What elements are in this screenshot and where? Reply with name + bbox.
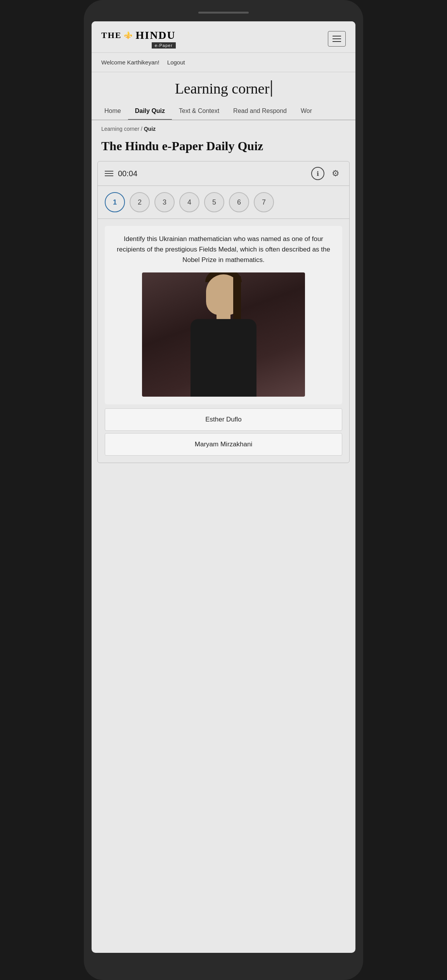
hamburger-line-1 <box>333 36 341 36</box>
logo-container: THE ⚜️ HINDU e-Paper <box>101 29 176 49</box>
nav-tabs: Home Daily Quiz Text & Context Read and … <box>92 103 355 120</box>
info-icon[interactable]: ℹ <box>311 167 324 180</box>
answer-option-2[interactable]: Maryam Mirzakhani <box>105 433 342 456</box>
logo-the: THE <box>101 30 121 40</box>
header: THE ⚜️ HINDU e-Paper <box>92 21 355 53</box>
breadcrumb: Learning corner / Quiz <box>92 120 355 135</box>
question-number-1[interactable]: 1 <box>105 192 125 212</box>
device-frame: THE ⚜️ HINDU e-Paper Welcome Karthikeyan… <box>84 0 363 980</box>
logout-link[interactable]: Logout <box>167 59 185 66</box>
portrait-figure <box>185 280 262 397</box>
epaper-badge: e-Paper <box>152 42 176 49</box>
hamburger-line-2 <box>333 38 341 39</box>
tab-daily-quiz[interactable]: Daily Quiz <box>128 103 172 120</box>
settings-icon[interactable]: ⚙ <box>329 167 342 180</box>
screen: THE ⚜️ HINDU e-Paper Welcome Karthikeyan… <box>92 21 355 953</box>
answer-option-1[interactable]: Esther Duflo <box>105 408 342 431</box>
question-number-4[interactable]: 4 <box>179 192 199 212</box>
q-hamburger-line-2 <box>105 173 113 174</box>
learning-corner-heading: Learning corner <box>175 80 272 97</box>
hamburger-line-3 <box>333 41 341 42</box>
logo-emblem: ⚜️ <box>124 31 133 40</box>
logo-text: THE ⚜️ HINDU <box>101 29 176 42</box>
answer-options: Esther Duflo Maryam Mirzakhani <box>105 408 342 456</box>
question-content: Identify this Ukrainian mathematician wh… <box>105 226 342 404</box>
q-hamburger-line-3 <box>105 175 113 176</box>
question-numbers-row: 1 2 3 4 5 6 7 <box>98 186 349 219</box>
question-number-2[interactable]: 2 <box>130 192 150 212</box>
timer-display: 00:04 <box>118 169 137 178</box>
question-image <box>142 272 305 397</box>
q-hamburger-line-1 <box>105 171 113 172</box>
timer-icons: ℹ ⚙ <box>311 167 342 180</box>
tab-wor[interactable]: Wor <box>294 103 319 120</box>
page-title: The Hindu e-Paper Daily Quiz <box>92 135 355 161</box>
hamburger-menu-button[interactable] <box>328 31 346 47</box>
timer-left: 00:04 <box>105 169 137 178</box>
tab-home[interactable]: Home <box>97 103 128 120</box>
learning-corner-title-section: Learning corner <box>92 72 355 103</box>
quiz-hamburger-icon[interactable] <box>105 171 113 176</box>
breadcrumb-current: Quiz <box>144 126 156 132</box>
logo-hindu: HINDU <box>135 29 175 42</box>
question-text: Identify this Ukrainian mathematician wh… <box>113 234 334 265</box>
tab-text-context[interactable]: Text & Context <box>172 103 226 120</box>
question-number-3[interactable]: 3 <box>154 192 175 212</box>
breadcrumb-parent: Learning corner <box>101 126 139 132</box>
tab-read-respond[interactable]: Read and Respond <box>226 103 294 120</box>
welcome-bar: Welcome Karthikeyan! Logout <box>92 53 355 72</box>
figure-body <box>191 319 256 397</box>
notch-bar <box>198 12 249 14</box>
question-number-7[interactable]: 7 <box>254 192 274 212</box>
quiz-timer-bar: 00:04 ℹ ⚙ <box>98 161 349 186</box>
question-number-6[interactable]: 6 <box>229 192 249 212</box>
quiz-container: 00:04 ℹ ⚙ 1 2 3 4 5 6 7 Identify this Uk… <box>97 161 350 463</box>
breadcrumb-separator: / <box>141 126 144 132</box>
question-number-5[interactable]: 5 <box>204 192 224 212</box>
welcome-text: Welcome Karthikeyan! <box>101 59 159 66</box>
